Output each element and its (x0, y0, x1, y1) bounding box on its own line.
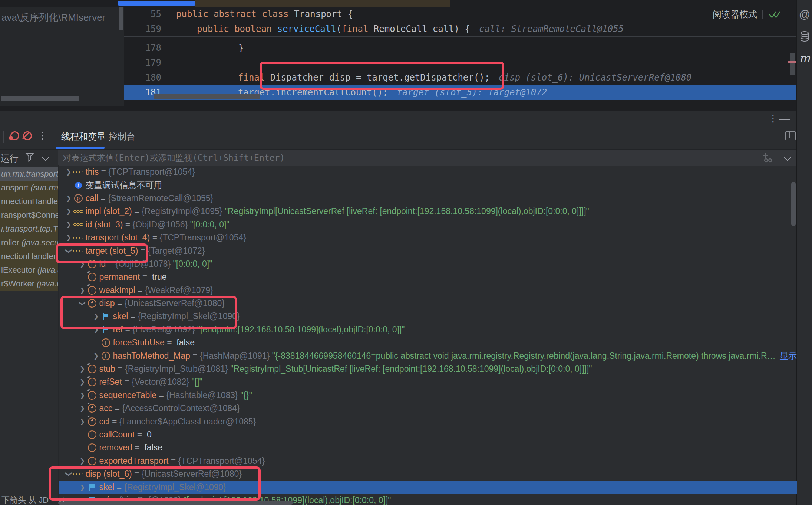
final-field-icon: f (87, 286, 97, 295)
error-stripe-marker[interactable] (788, 61, 796, 63)
tab-console[interactable]: 控制台 (109, 131, 135, 142)
frame-row[interactable]: r$Worker (java.u (0, 277, 58, 291)
variable-row[interactable]: ❯f sequenceTable = {Hashtable@1083} "{}" (59, 389, 797, 402)
frame-row[interactable]: i.transport.tcp.TC (0, 222, 58, 236)
variable-reference-value: {LiveRef@1092} (132, 325, 195, 335)
watch-input-placeholder[interactable]: 对表达式求值(Enter)或添加监视(Ctrl+Shift+Enter) (63, 152, 285, 164)
notifications-icon[interactable]: @ (797, 8, 812, 21)
chevron-right-icon[interactable]: ❯ (91, 312, 101, 320)
frame-row[interactable]: nectionHandler (s (0, 249, 58, 263)
chevron-down-icon[interactable]: ❯ (79, 299, 86, 308)
chevron-down-icon[interactable] (784, 154, 791, 161)
editor-horizontal-scrollbar[interactable] (154, 94, 260, 99)
double-check-icon[interactable] (768, 10, 782, 19)
variable-reference-value: {Target@1072} (148, 246, 205, 256)
debug-options-kebab-icon[interactable]: ⋮ (38, 130, 47, 141)
frame-row[interactable]: un.rmi.transport) (0, 167, 58, 181)
threads-dropdown[interactable]: 运行 (0, 149, 58, 166)
frame-package-label: (sun.rmi. (31, 183, 59, 192)
chevron-down-icon[interactable]: ❯ (65, 246, 73, 256)
editor-vertical-scrollbar[interactable] (790, 53, 795, 75)
variable-row[interactable]: ❯f hashToMethod_Map = {HashMap@1091} "{-… (59, 349, 797, 362)
chevron-right-icon[interactable]: ❯ (77, 404, 87, 412)
editor-line[interactable]: public abstract class Transport { (174, 7, 353, 22)
add-to-watches-icon[interactable] (761, 152, 774, 163)
variables-vertical-scrollbar[interactable] (791, 182, 796, 226)
chevron-right-icon[interactable]: ❯ (64, 168, 73, 176)
layout-settings-icon[interactable] (785, 131, 796, 140)
variable-row[interactable]: ❯f exportedTransport = {TCPTransport@105… (59, 455, 797, 468)
variable-row[interactable]: ❯ ref = {LiveRef@1092} "[endpoint:[192.1… (59, 323, 797, 336)
variable-row[interactable]: ❯f refSet = {Vector@1082} "[]" (59, 376, 797, 388)
field-icon: f (87, 259, 97, 268)
chevron-right-icon[interactable]: ❯ (77, 286, 87, 294)
chevron-right-icon[interactable]: ❯ (77, 378, 87, 386)
variable-row[interactable]: ❯ transport (slot_4) = {TCPTransport@105… (59, 231, 797, 244)
variable-row[interactable]: f callCount = 0 (59, 428, 797, 441)
left-panel-horizontal-scrollbar[interactable] (1, 96, 79, 101)
frame-row[interactable]: lExecutor (java.u (0, 263, 58, 277)
mute-breakpoints-icon[interactable] (22, 131, 30, 140)
chevron-right-icon[interactable]: ❯ (64, 207, 73, 215)
tab-threads-variables[interactable]: 线程和变量 (61, 131, 106, 142)
close-icon[interactable]: ✕ (58, 495, 65, 505)
variable-icon (73, 470, 83, 479)
variable-row[interactable]: ❯ id (slot_3) = {ObjID@1056} "[0:0:0, 0]… (59, 218, 797, 231)
variable-row[interactable]: ❯ impl (slot_2) = {RegistryImpl@1095} "R… (59, 205, 797, 218)
chevron-right-icon[interactable]: ❯ (91, 326, 101, 334)
editor-line[interactable]: } (174, 40, 244, 55)
variable-name: ccl (97, 417, 110, 427)
variable-row[interactable]: ❯ skel = {RegistryImpl_Skel@1090} (59, 310, 797, 323)
variable-row[interactable]: f forceStubUse = false (59, 336, 797, 349)
chevron-right-icon[interactable]: ❯ (77, 418, 87, 426)
variable-row[interactable]: ❯f ccl = {Launcher$AppClassLoader@1085} (59, 415, 797, 428)
variable-row[interactable]: ❯f disp = {UnicastServerRef@1080} (59, 297, 797, 310)
chevron-right-icon[interactable]: ❯ (77, 391, 87, 399)
chevron-right-icon[interactable]: ❯ (77, 483, 87, 491)
chevron-right-icon[interactable]: ❯ (64, 221, 73, 229)
frame-package-label: i.transport.tcp.TC (1, 224, 58, 233)
hide-panel-icon[interactable] (779, 119, 790, 120)
editor-line[interactable] (174, 55, 238, 70)
variables-horizontal-scrollbar[interactable] (58, 501, 293, 505)
variable-row[interactable]: ❯p call = {StreamRemoteCall@1055} (59, 192, 797, 205)
frame-row[interactable]: ransport$Connec (0, 208, 58, 222)
chevron-right-icon[interactable]: ❯ (91, 352, 101, 360)
show-more-link[interactable]: 显示 (780, 350, 797, 362)
chevron-right-icon[interactable]: ❯ (64, 194, 73, 202)
variable-row[interactable]: ❯f id = {ObjID@1078} "[0:0:0, 0]" (59, 258, 797, 270)
editor-line[interactable]: final Dispatcher disp = target.getDispat… (174, 70, 691, 85)
maven-icon[interactable]: m (797, 51, 812, 65)
chevron-down-icon[interactable]: ❯ (65, 469, 73, 479)
more-options-icon[interactable]: ⋮ (768, 113, 778, 124)
variable-row[interactable]: ❯ this = {TCPTransport@1054} (59, 165, 797, 178)
variable-row[interactable]: ❯ skel = {RegistryImpl_Skel@1090} (59, 481, 797, 493)
chevron-down-icon[interactable] (42, 154, 49, 161)
frame-row[interactable]: ansport (sun.rmi. (0, 181, 58, 194)
chevron-right-icon[interactable]: ❯ (77, 365, 87, 373)
reader-mode-button[interactable]: 阅读器模式 (713, 9, 757, 20)
code-editor[interactable]: 55public abstract class Transport {159pu… (124, 7, 796, 106)
equals-sign: = (123, 325, 132, 335)
watch-expression-row[interactable]: 对表达式求值(Enter)或添加监视(Ctrl+Shift+Enter) (58, 149, 796, 166)
variable-row[interactable]: ❯f stub = {RegistryImpl_Stub@1081} "Regi… (59, 363, 797, 376)
database-icon[interactable] (800, 31, 812, 42)
code-token: } (238, 43, 244, 53)
variable-name: this (83, 167, 99, 177)
variable-row[interactable]: ❯ target (slot_5) = {Target@1072} (59, 244, 797, 257)
frame-row[interactable]: roller (java.securi (0, 236, 58, 249)
variable-row[interactable]: ❯f acc = {AccessControlContext@1084} (59, 402, 797, 415)
variable-row[interactable]: ❯f weakImpl = {WeakRef@1079} (59, 284, 797, 297)
variable-row[interactable]: f permanent = true (59, 270, 797, 283)
view-breakpoints-icon[interactable] (9, 131, 18, 140)
chevron-right-icon[interactable]: ❯ (64, 234, 73, 242)
variable-row[interactable]: ❯ disp (slot_6) = {UnicastServerRef@1080… (59, 468, 797, 481)
variable-row[interactable]: f removed = false (59, 441, 797, 454)
chevron-right-icon[interactable]: ❯ (77, 457, 87, 465)
variable-row[interactable]: i 变量调试信息不可用 (59, 178, 797, 191)
filter-icon[interactable] (25, 153, 34, 162)
chevron-right-icon[interactable]: ❯ (77, 260, 87, 268)
frame-row[interactable]: nnectionHandler (0, 194, 58, 208)
editor-line[interactable]: public boolean serviceCall(final RemoteC… (174, 22, 624, 36)
left-panel-vertical-scrollbar[interactable] (119, 7, 123, 30)
